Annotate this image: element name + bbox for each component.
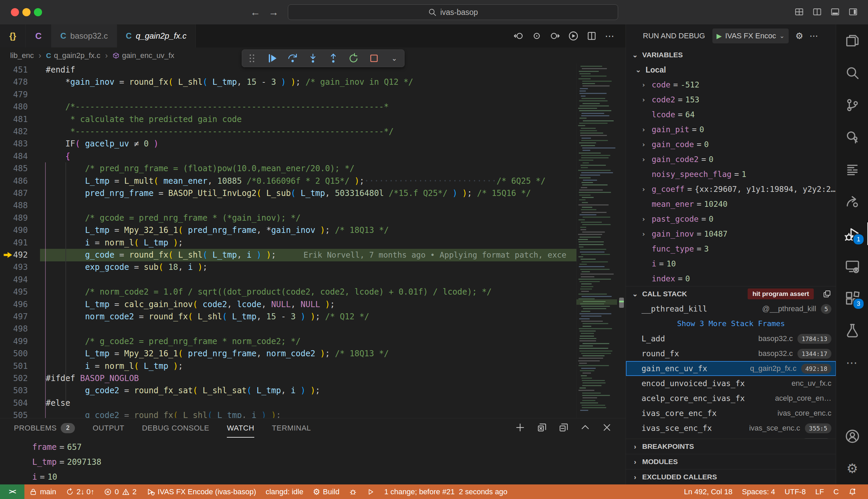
breadcrumb-item-gain_enc_uv_fx[interactable]: gain_enc_uv_fx [112, 51, 174, 60]
debug-step-over-icon[interactable] [287, 52, 298, 64]
panel-tab-output[interactable]: OUTPUT [93, 418, 124, 438]
variable-g_coeff[interactable]: ›g_coeff={xx:29607, y1y1:19894, y2y2:2… [626, 182, 836, 197]
minimize-window-button[interactable] [22, 8, 30, 16]
nav-back-icon[interactable] [513, 31, 524, 41]
minimap[interactable] [576, 64, 618, 418]
panel-bottom-icon[interactable] [831, 8, 840, 16]
remote-window-icon[interactable] [836, 250, 868, 282]
search-icon[interactable] [836, 57, 868, 89]
watch-expression-L_tmp[interactable]: L_tmp=2097138 [32, 454, 101, 470]
split-editor-icon[interactable] [586, 31, 597, 41]
remove-all-icon[interactable] [537, 422, 547, 433]
testing-icon[interactable] [836, 314, 868, 346]
variable-func_type[interactable]: func_type=3 [626, 241, 836, 256]
debug-stop-icon[interactable] [368, 52, 380, 64]
pinned-tab-c-file-icon[interactable]: C [26, 24, 51, 47]
nav-dot-icon[interactable] [531, 31, 542, 41]
outline-icon[interactable] [836, 153, 868, 185]
layout-grid-icon[interactable] [795, 8, 804, 16]
launch-config-dropdown[interactable]: ▶ IVAS FX Encoc ⌄ [712, 28, 788, 44]
explorer-icon[interactable] [836, 24, 868, 57]
breadcrumb-item-q_gain2p_fx.c[interactable]: C q_gain2p_fx.c [46, 51, 100, 60]
variable-index[interactable]: index=0 [626, 271, 836, 286]
breadcrumb-item-lib_enc[interactable]: lib_enc [10, 51, 34, 60]
add-watch-icon[interactable] [515, 422, 525, 433]
panel-tab-debug-console[interactable]: DEBUG CONSOLE [142, 418, 209, 438]
start-debug-icon[interactable]: ▶ [717, 32, 722, 40]
status-lock-icon-main[interactable]: main [24, 484, 61, 499]
extensions-icon[interactable]: 3 [836, 282, 868, 314]
pinned-tab-braces-icon[interactable]: {} [0, 24, 26, 47]
history-back-icon[interactable]: ← [250, 7, 260, 17]
watch-expression-frame[interactable]: frame=657 [32, 440, 82, 454]
close-panel-icon[interactable] [602, 422, 612, 433]
callstack-section-header[interactable]: ⌄ CALL STACK hit program assert [626, 286, 836, 301]
nav-forward-icon[interactable] [550, 31, 561, 41]
show-more-stack-frames-link[interactable]: Show 3 More Stack Frames [626, 316, 836, 331]
stack-frame-gain_enc_uv_fx[interactable]: gain_enc_uv_fxq_gain2p_fx.c492:18 [626, 361, 836, 376]
panel-tab-terminal[interactable]: TERMINAL [272, 418, 311, 438]
status-debug-alt-icon-ivas-fx-encode-ivas-basop[interactable]: IVAS FX Encode (ivas-basop) [142, 484, 261, 499]
debug-restart-icon[interactable] [348, 52, 359, 64]
status-ln-492-col-18[interactable]: Ln 492, Col 18 [679, 484, 737, 499]
split-columns-icon[interactable] [813, 8, 821, 16]
variable-i[interactable]: i=10 [626, 256, 836, 271]
status-play-icon[interactable] [362, 484, 379, 499]
variable-mean_ener[interactable]: mean_ener=10240 [626, 197, 836, 211]
status-bell-icon[interactable] [844, 484, 861, 499]
more-views-icon[interactable]: ⋯ [836, 346, 868, 379]
panel-tab-problems[interactable]: PROBLEMS2 [14, 418, 75, 438]
history-forward-icon[interactable]: → [269, 7, 279, 17]
tab-q_gain2p_fx.c[interactable]: Cq_gain2p_fx.c [117, 24, 196, 47]
run-and-debug-icon[interactable]: 1 [836, 218, 868, 250]
section-breakpoints[interactable]: ›BREAKPOINTS [626, 439, 836, 454]
status-1-change-before-21-2-seconds-ago[interactable]: 1 change; before #21 2 seconds ago [379, 484, 512, 499]
copy-callstack-icon[interactable] [822, 290, 831, 298]
search-commit-icon[interactable] [836, 121, 868, 153]
watch-expression-i[interactable]: i=10 [32, 470, 57, 484]
stack-frame-acelp_core_enc_ivas_fx[interactable]: acelp_core_enc_ivas_fxacelp_core_en… [626, 391, 836, 406]
variables-section-header[interactable]: ⌄ VARIABLES [626, 47, 836, 62]
debug-chevron-icon[interactable]: ⌄ [389, 52, 400, 64]
stack-frame-L_add[interactable]: L_addbasop32.c1784:13 [626, 331, 836, 346]
status-bug-icon[interactable] [344, 484, 362, 499]
status-error-icon-0-warning-icon-2[interactable]: 02 [99, 484, 142, 499]
more-actions-icon[interactable]: ⋯ [809, 31, 819, 41]
status-clangd-idle[interactable]: clangd: idle [261, 484, 308, 499]
variable-code2[interactable]: ›code2=153 [626, 92, 836, 107]
tab-basop32.c[interactable]: Cbasop32.c [51, 24, 117, 47]
panel-tab-watch[interactable]: WATCH [227, 418, 254, 438]
settings-gear-icon[interactable]: ⚙ [836, 452, 868, 484]
run-or-debug-icon[interactable] [568, 31, 579, 41]
status-sync-icon-2-0-[interactable]: 2↓ 0↑ [61, 484, 99, 499]
zoom-window-button[interactable] [34, 8, 42, 16]
status-gear-icon-build[interactable]: ⚙Build [308, 484, 344, 499]
live-share-icon[interactable] [836, 185, 868, 218]
account-icon[interactable] [836, 420, 868, 452]
stack-frame-__pthread_kill[interactable]: __pthread_kill@__pthread_kill5 [626, 301, 836, 316]
status-spaces-4[interactable]: Spaces: 4 [737, 484, 780, 499]
status-utf-8[interactable]: UTF-8 [780, 484, 810, 499]
variable-noisy_speech_flag[interactable]: noisy_speech_flag=1 [626, 167, 836, 182]
debug-step-out-icon[interactable] [328, 52, 339, 64]
status-c[interactable]: C [829, 484, 844, 499]
stack-frame-ivas_core_enc_fx[interactable]: ivas_core_enc_fxivas_core_enc.c [626, 406, 836, 421]
variable-gain_pit[interactable]: ›gain_pit=0 [626, 122, 836, 137]
status-lf[interactable]: LF [810, 484, 829, 499]
variable-past_gcode[interactable]: ›past_gcode=0 [626, 211, 836, 227]
variable-gain_code2[interactable]: ›gain_code2=0 [626, 152, 836, 167]
stack-frame-encod_unvoiced_ivas_fx[interactable]: encod_unvoiced_ivas_fxenc_uv_fx.c [626, 376, 836, 391]
variable-gain_code[interactable]: ›gain_code=0 [626, 137, 836, 152]
section-excluded-callers[interactable]: ›EXCLUDED CALLERS [626, 469, 836, 484]
variable-lcode[interactable]: lcode=64 [626, 107, 836, 122]
debug-continue-icon[interactable] [267, 52, 278, 64]
collapse-all-icon[interactable] [559, 422, 569, 433]
more-actions-icon[interactable]: ⋯ [604, 31, 615, 41]
section-modules[interactable]: ›MODULES [626, 454, 836, 469]
variable-gain_inov[interactable]: ›gain_inov=10487 [626, 227, 836, 241]
source-control-icon[interactable] [836, 89, 868, 121]
sidebar-right-icon[interactable] [849, 8, 857, 16]
command-center-search[interactable]: ivas-basop [288, 4, 618, 20]
variable-code[interactable]: ›code=-512 [626, 77, 836, 92]
debug-settings-gear-icon[interactable]: ⚙ [795, 31, 803, 41]
